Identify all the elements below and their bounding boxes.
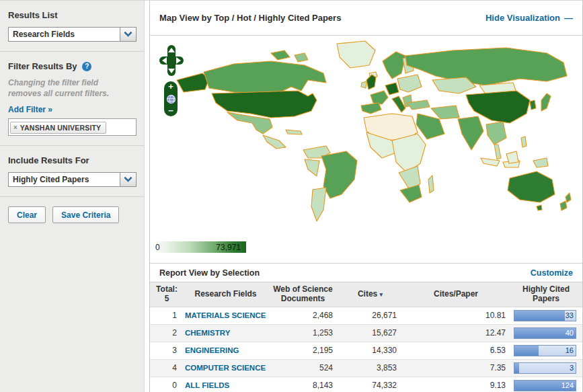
country-greenland xyxy=(337,41,375,68)
highly-cited-papers-bar: 124 xyxy=(514,380,576,391)
row-rank: 3 xyxy=(150,342,184,359)
row-cites-per-paper: 6.53 xyxy=(402,342,510,359)
row-cites-per-paper: 7.35 xyxy=(402,359,510,377)
row-rank: 0 xyxy=(150,377,184,392)
region-indochina xyxy=(486,122,506,145)
hide-visualization-link[interactable]: Hide Visualization— xyxy=(485,13,573,23)
help-icon[interactable]: ? xyxy=(82,62,91,71)
map-view-header: Map View by Top / Hot / Highly Cited Pap… xyxy=(150,1,582,36)
row-cites-per-paper: 10.81 xyxy=(402,307,510,324)
country-papua-new-guinea xyxy=(533,158,548,167)
column-header-documents[interactable]: Web of Science Documents xyxy=(268,282,338,307)
minus-icon: — xyxy=(564,13,573,23)
bar-value: 3 xyxy=(570,364,574,372)
column-header-research-fields[interactable]: Research Fields xyxy=(184,282,268,307)
column-header-highly-cited-papers[interactable]: Highly Cited Papers xyxy=(510,282,582,307)
sort-descending-icon: ▾ xyxy=(380,291,383,298)
pan-control[interactable] xyxy=(159,45,184,76)
region-eastern-europe xyxy=(397,75,422,92)
add-filter-link[interactable]: Add Filter » xyxy=(8,105,52,114)
zoom-control: + − xyxy=(164,81,178,116)
research-field-link[interactable]: ENGINEERING xyxy=(185,346,239,355)
map-area: + − 0 73,971 xyxy=(150,36,582,263)
country-argentina xyxy=(311,188,326,221)
save-criteria-button[interactable]: Save Criteria xyxy=(52,206,119,223)
table-row: 0 ALL FIELDS 8,143 74,332 9.13 124 xyxy=(150,377,582,392)
report-table-header-row: Total: 5 Research Fields Web of Science … xyxy=(150,282,582,307)
report-view-header: Report View by Selection Customize xyxy=(150,263,582,282)
row-cites-per-paper: 12.47 xyxy=(402,324,510,342)
chevron-down-icon xyxy=(124,28,132,37)
include-results-section: Include Results For Highly Cited Papers xyxy=(0,146,144,197)
row-research-field: COMPUTER SCIENCE xyxy=(184,359,268,377)
zoom-out-button[interactable]: − xyxy=(168,107,173,115)
filter-tag[interactable]: × YANSHAN UNIVERSITY xyxy=(10,122,106,134)
globe-icon[interactable] xyxy=(167,95,176,104)
country-south-africa xyxy=(400,185,422,202)
clear-button[interactable]: Clear xyxy=(8,206,46,223)
customize-link[interactable]: Customize xyxy=(531,268,573,278)
bar-fill xyxy=(514,346,539,356)
include-results-dropdown-button[interactable] xyxy=(120,173,136,186)
country-uk xyxy=(366,75,376,89)
filter-note-line2: removes all current filters. xyxy=(8,89,136,100)
filter-note: Changing the filter field removes all cu… xyxy=(8,78,136,99)
row-cites: 26,671 xyxy=(338,307,402,324)
report-table-body: 1 MATERIALS SCIENCE 2,468 26,671 10.81 3… xyxy=(150,307,582,392)
row-highly-cited-papers: 40 xyxy=(510,324,582,342)
row-rank: 2 xyxy=(150,324,184,342)
country-usa xyxy=(212,91,317,118)
map-controls: + − xyxy=(159,45,186,116)
remove-filter-icon[interactable]: × xyxy=(13,124,17,131)
row-highly-cited-papers: 3 xyxy=(510,359,582,377)
filter-by-label: Filter Results By xyxy=(8,61,77,71)
map-legend: 0 73,971 xyxy=(154,241,246,253)
column-header-cites-sorted[interactable]: Cites ▾ xyxy=(338,282,402,307)
column-header-cites-per-paper[interactable]: Cites/Paper xyxy=(402,282,510,307)
table-row: 4 COMPUTER SCIENCE 524 3,853 7.35 3 xyxy=(150,359,582,377)
country-germany xyxy=(385,83,399,95)
results-list-section: Results List Research Fields xyxy=(0,1,144,52)
table-row: 3 ENGINEERING 2,195 14,330 6.53 16 xyxy=(150,342,582,359)
include-results-selected-value: Highly Cited Papers xyxy=(9,173,120,186)
row-highly-cited-papers: 33 xyxy=(510,307,582,324)
report-table: Total: 5 Research Fields Web of Science … xyxy=(150,282,582,392)
filter-tag-label: YANSHAN UNIVERSITY xyxy=(20,124,101,132)
include-results-dropdown[interactable]: Highly Cited Papers xyxy=(8,172,137,187)
highly-cited-papers-bar: 33 xyxy=(514,310,576,321)
research-field-link[interactable]: ALL FIELDS xyxy=(185,381,229,390)
row-cites-per-paper: 9.13 xyxy=(402,377,510,392)
world-map[interactable] xyxy=(170,38,578,233)
country-spain xyxy=(361,103,381,114)
filter-section: Filter Results By ? Changing the filter … xyxy=(0,52,144,146)
results-list-dropdown[interactable]: Research Fields xyxy=(8,27,137,42)
zoom-in-button[interactable]: + xyxy=(168,83,173,91)
row-research-field: ALL FIELDS xyxy=(184,377,268,392)
country-india xyxy=(458,116,483,150)
country-cuba xyxy=(286,130,302,134)
row-documents: 2,468 xyxy=(268,307,338,324)
results-list-selected-value: Research Fields xyxy=(9,28,120,41)
results-list-dropdown-button[interactable] xyxy=(120,28,136,41)
row-cites: 14,330 xyxy=(338,342,402,359)
column-header-total: Total: 5 xyxy=(150,282,184,307)
country-iran xyxy=(431,106,459,119)
region-malay-peninsula xyxy=(494,145,501,159)
country-russia xyxy=(405,48,567,85)
row-documents: 524 xyxy=(268,359,338,377)
country-brazil xyxy=(321,151,357,198)
report-view-title: Report View by Selection xyxy=(159,268,260,278)
highly-cited-papers-bar: 3 xyxy=(514,362,576,374)
sidebar: Results List Research Fields Filter Resu… xyxy=(0,1,145,392)
country-madagascar xyxy=(428,175,434,193)
research-field-link[interactable]: MATERIALS SCIENCE xyxy=(185,311,266,320)
filter-note-line1: Changing the filter field xyxy=(8,78,136,89)
row-research-field: ENGINEERING xyxy=(184,342,268,359)
bar-value: 124 xyxy=(561,381,574,389)
research-field-link[interactable]: COMPUTER SCIENCE xyxy=(185,364,266,373)
research-field-link[interactable]: CHEMISTRY xyxy=(185,329,230,338)
country-canada-islands xyxy=(271,50,290,60)
active-filters-box: × YANSHAN UNIVERSITY xyxy=(8,118,137,136)
region-scandinavia xyxy=(383,52,405,79)
bar-fill xyxy=(514,363,519,373)
